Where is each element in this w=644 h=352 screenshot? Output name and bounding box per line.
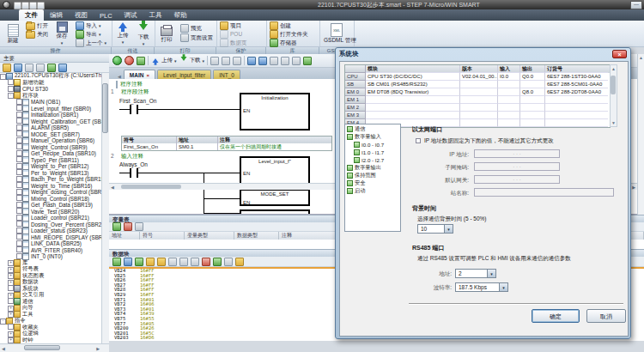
category-item[interactable]: 通信	[345, 125, 400, 133]
slot-cell[interactable]: EM 0	[345, 88, 366, 96]
module-cell[interactable]: EM DT08 (8DQ Transistor)	[366, 88, 460, 96]
fixed-ip-label[interactable]: IP 地址数据固定为下面的值，不能通过其它方式更改	[424, 137, 554, 145]
export-button[interactable]: 导出 ▾	[76, 30, 101, 39]
ok-button[interactable]: 确定	[532, 309, 580, 323]
gateway-field[interactable]: · · ·	[474, 175, 560, 184]
tree-item[interactable]: Vavle_Test (SBR20)	[0, 209, 101, 215]
module-table-row[interactable]: CPU CPU ST30 (DC/DC/DC) V02.04.01_00... …	[345, 73, 610, 81]
expander-icon[interactable]	[16, 228, 22, 234]
category-item[interactable]: I0.0 - I0.7	[345, 141, 400, 149]
tab-close-icon[interactable]: ×	[146, 73, 149, 78]
tree-item[interactable]: Weight_dosing_Control (SBR17)	[0, 189, 101, 196]
quick-open-icon[interactable]	[21, 2, 29, 9]
expander-icon[interactable]	[16, 182, 22, 188]
tree-item[interactable]: Manuel_Operation (SBR6)	[0, 137, 101, 144]
tree-item[interactable]: Loader_status (SBR23)	[0, 228, 101, 234]
db-compile-icon[interactable]	[112, 258, 121, 266]
db-download-icon[interactable]	[135, 258, 143, 266]
db-cut-icon[interactable]	[168, 258, 177, 266]
tree-save-icon[interactable]	[14, 64, 22, 72]
protect-pou-button[interactable]: POU	[220, 30, 242, 39]
db-export-icon[interactable]	[157, 258, 166, 266]
expander-icon[interactable]	[16, 156, 22, 162]
module-table-row[interactable]: SB SB CM01 (RS485/RS232) 6ES7 288-5CM01-…	[345, 81, 610, 88]
protect-project-button[interactable]: 项目	[220, 21, 241, 30]
expander-icon[interactable]	[8, 285, 14, 291]
module-cell[interactable]: CPU ST30 (DC/DC/DC)	[366, 73, 460, 81]
expander-icon[interactable]	[16, 240, 22, 246]
function-block[interactable]: MODE_SET EN	[240, 189, 310, 206]
category-item[interactable]: 数字量输出	[345, 164, 400, 172]
quick-new-icon[interactable]	[14, 2, 21, 9]
tree-item[interactable]: Initialization (SBR1)	[0, 112, 101, 118]
app-logo-icon[interactable]	[3, 1, 10, 9]
menu-tab[interactable]: 视图	[69, 9, 94, 21]
tree-item[interactable]: Weight_Calibration_GET (SBR2)	[0, 118, 101, 125]
menu-tab[interactable]: 帮助	[168, 9, 193, 21]
module-table-row[interactable]: EM 3	[345, 112, 610, 119]
close-button[interactable]: 关闭	[26, 31, 48, 39]
expander-icon[interactable]	[16, 150, 22, 156]
expander-icon[interactable]	[16, 189, 22, 195]
rs485-baud-select[interactable]: 187.5 Kbps ▾	[455, 282, 508, 292]
module-table-row[interactable]: EM 2	[345, 104, 610, 112]
next-network-icon[interactable]	[303, 57, 312, 65]
scroll-right-icon[interactable]: ▶	[96, 346, 100, 351]
db-find-icon[interactable]	[224, 258, 233, 266]
save-button[interactable]: 保存 ▾	[52, 21, 72, 46]
expander-icon[interactable]	[8, 86, 14, 92]
tree-hscroll-thumb[interactable]	[24, 345, 60, 350]
db-copy-icon[interactable]	[179, 258, 188, 266]
rs485-address-select[interactable]: 2 ▾	[455, 269, 496, 278]
module-cell[interactable]	[366, 96, 460, 104]
delete-row-icon[interactable]	[124, 222, 132, 231]
tree-item[interactable]: Level_input_filter (SBR0)	[0, 106, 101, 112]
tree-monitor-icon[interactable]	[58, 64, 67, 72]
cancel-button[interactable]: 取消	[586, 309, 626, 323]
compile-icon[interactable]	[137, 57, 145, 65]
expander-icon[interactable]	[8, 324, 14, 330]
zoom-in-icon[interactable]	[247, 57, 256, 65]
tree-item[interactable]: Get_Flash_Data (SBR19)	[0, 202, 101, 209]
tree-item[interactable]: MODE_SET (SBR7)	[0, 131, 101, 138]
tree-item[interactable]: ALARM (SBR5)	[0, 124, 101, 131]
new-button[interactable]: 新建	[2, 21, 24, 46]
symbol-table-row[interactable]: First_Scan_On SM0.1 仅在第一个扫描周期时接通	[122, 143, 331, 150]
column-header[interactable]: 符号	[140, 232, 185, 240]
expander-icon[interactable]	[16, 221, 22, 227]
tree-item[interactable]: HMI_REOPE_DISPLAY (SBR24)	[0, 234, 101, 241]
tree-item[interactable]: Bacth_Per_to_Weight (SBR15)	[0, 176, 101, 183]
quick-save-icon[interactable]	[29, 2, 37, 9]
db-paste-icon[interactable]	[191, 258, 199, 266]
menu-tab[interactable]: 文件	[19, 9, 44, 21]
category-item[interactable]: 保持范围	[345, 172, 400, 179]
insert-row-icon[interactable]	[112, 222, 121, 231]
copy-icon[interactable]	[270, 57, 278, 65]
db-upload-icon[interactable]	[124, 258, 132, 266]
expander-icon[interactable]	[16, 112, 22, 118]
paste-row-icon[interactable]	[135, 222, 143, 231]
expander-icon[interactable]	[8, 298, 14, 304]
library-create-button[interactable]: 创建	[270, 21, 291, 30]
db-insert-icon[interactable]	[213, 258, 222, 266]
tree-item[interactable]: Type0_Per (SBR11)	[0, 157, 101, 164]
expander-icon[interactable]: +	[8, 337, 14, 343]
category-item[interactable]: 启动	[345, 187, 400, 195]
scroll-left-icon[interactable]: ◀	[111, 185, 114, 190]
category-item[interactable]: 安全	[345, 179, 400, 187]
upload-toolbar-button[interactable]: 上传 ▾	[151, 57, 177, 64]
function-block-partial[interactable]	[240, 209, 310, 214]
minimize-button[interactable]: —	[630, 1, 642, 9]
canvas-hscroll-thumb[interactable]	[121, 185, 181, 189]
db-import-icon[interactable]	[146, 258, 155, 266]
download-button[interactable]: 下载 ▾	[134, 21, 153, 46]
module-table-row[interactable]: EM 1	[345, 96, 610, 104]
open-button[interactable]: 打开	[26, 22, 48, 30]
expander-icon[interactable]	[16, 195, 22, 201]
tree-item[interactable]: Mixing_Control (SBR18)	[0, 196, 101, 203]
tree-item[interactable]: + 时钟	[0, 337, 101, 344]
column-header[interactable]: 地址	[109, 232, 140, 240]
tree-item[interactable]: Weight_to_Per (SBR12)	[0, 163, 101, 170]
import-button[interactable]: 导入 ▾	[76, 21, 101, 30]
tree-item[interactable]: MAIN (OB1)	[0, 99, 101, 106]
